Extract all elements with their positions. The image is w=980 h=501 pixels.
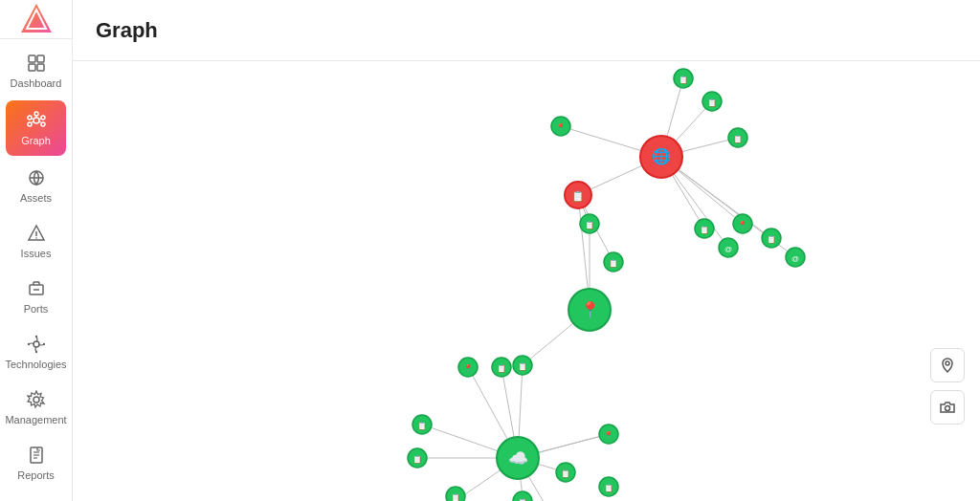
svg-point-4 bbox=[33, 118, 39, 123]
svg-rect-1 bbox=[37, 55, 44, 62]
svg-text:📋: 📋 bbox=[561, 468, 570, 478]
svg-text:📋: 📋 bbox=[451, 492, 460, 501]
ports-label: Ports bbox=[24, 303, 49, 315]
svg-text:📋: 📋 bbox=[609, 258, 618, 268]
location-float-button[interactable] bbox=[930, 348, 965, 382]
sidebar-item-technologies[interactable]: Technologies bbox=[0, 324, 72, 380]
technologies-label: Technologies bbox=[5, 359, 66, 370]
svg-text:📍: 📍 bbox=[463, 363, 473, 373]
svg-point-18 bbox=[35, 237, 37, 239]
grid-icon bbox=[26, 53, 47, 74]
svg-text:📍: 📍 bbox=[580, 300, 601, 320]
issues-label: Issues bbox=[21, 248, 52, 259]
svg-point-26 bbox=[42, 343, 44, 345]
sidebar-item-issues[interactable]: Issues bbox=[0, 213, 72, 269]
svg-point-116 bbox=[946, 406, 950, 411]
management-icon bbox=[26, 389, 47, 410]
svg-point-29 bbox=[33, 397, 39, 403]
ports-icon bbox=[26, 278, 47, 299]
reports-label: Reports bbox=[17, 469, 55, 481]
svg-text:📋: 📋 bbox=[412, 454, 422, 464]
svg-point-6 bbox=[41, 116, 45, 120]
svg-rect-0 bbox=[29, 55, 35, 62]
svg-point-25 bbox=[34, 336, 36, 338]
svg-text:📋: 📋 bbox=[700, 225, 709, 234]
svg-text:📋: 📋 bbox=[767, 234, 776, 244]
svg-point-27 bbox=[34, 351, 36, 353]
svg-text:📋: 📋 bbox=[585, 220, 594, 229]
svg-text:📍: 📍 bbox=[738, 220, 747, 229]
svg-text:📋: 📋 bbox=[497, 363, 506, 373]
main-content: Graph bbox=[73, 0, 980, 501]
svg-text:📋: 📋 bbox=[679, 75, 688, 84]
svg-point-9 bbox=[28, 122, 32, 126]
dashboard-label: Dashboard bbox=[11, 77, 62, 89]
svg-text:📋: 📋 bbox=[518, 361, 527, 371]
svg-line-11 bbox=[39, 119, 41, 120]
svg-text:🌐: 🌐 bbox=[652, 147, 671, 165]
svg-line-14 bbox=[32, 122, 33, 123]
svg-point-7 bbox=[41, 122, 45, 126]
assets-icon bbox=[26, 167, 47, 188]
svg-text:📋: 📋 bbox=[518, 497, 527, 501]
logo bbox=[0, 0, 73, 39]
svg-point-5 bbox=[34, 112, 38, 116]
sidebar-item-reports[interactable]: Reports bbox=[0, 435, 72, 490]
svg-text:📋: 📋 bbox=[707, 98, 717, 107]
svg-text:☁️: ☁️ bbox=[508, 448, 529, 468]
reports-icon bbox=[26, 445, 47, 466]
technologies-icon bbox=[26, 334, 47, 355]
svg-text:📋: 📋 bbox=[604, 483, 613, 492]
issues-icon bbox=[26, 223, 47, 244]
svg-text:📍: 📍 bbox=[556, 122, 566, 132]
graph-label: Graph bbox=[21, 135, 51, 146]
svg-point-28 bbox=[27, 343, 29, 345]
svg-point-8 bbox=[28, 116, 32, 120]
app-logo-icon bbox=[17, 0, 56, 38]
svg-line-13 bbox=[32, 119, 33, 120]
sidebar-item-events[interactable]: Events bbox=[0, 490, 72, 501]
svg-text:@: @ bbox=[791, 254, 799, 263]
float-buttons bbox=[930, 348, 965, 425]
sidebar: Dashboard Graph bbox=[0, 0, 73, 501]
sidebar-item-graph[interactable]: Graph bbox=[6, 100, 66, 156]
assets-label: Assets bbox=[20, 192, 52, 204]
svg-text:📋: 📋 bbox=[417, 421, 427, 430]
svg-text:📍: 📍 bbox=[604, 430, 613, 440]
svg-point-115 bbox=[946, 361, 949, 365]
sidebar-item-dashboard[interactable]: Dashboard bbox=[0, 43, 72, 98]
management-label: Management bbox=[5, 414, 66, 425]
page-header: Graph bbox=[73, 0, 980, 61]
svg-rect-3 bbox=[37, 64, 44, 71]
sidebar-item-management[interactable]: Management bbox=[0, 380, 72, 435]
sidebar-item-assets[interactable]: Assets bbox=[0, 158, 72, 213]
graph-area[interactable]: 🌐 📋 📋 📋 📋 📋 @ 📍 @ 📋 📍 bbox=[73, 61, 980, 501]
camera-float-button[interactable] bbox=[930, 390, 965, 425]
graph-icon bbox=[26, 110, 47, 131]
sidebar-item-ports[interactable]: Ports bbox=[0, 269, 72, 324]
svg-text:📋: 📋 bbox=[571, 189, 585, 203]
page-title: Graph bbox=[96, 18, 158, 43]
svg-text:📋: 📋 bbox=[733, 134, 743, 143]
svg-line-12 bbox=[39, 122, 41, 123]
svg-rect-2 bbox=[29, 64, 35, 71]
svg-text:@: @ bbox=[724, 245, 732, 253]
graph-svg: 🌐 📋 📋 📋 📋 📋 @ 📍 @ 📋 📍 bbox=[73, 61, 980, 501]
